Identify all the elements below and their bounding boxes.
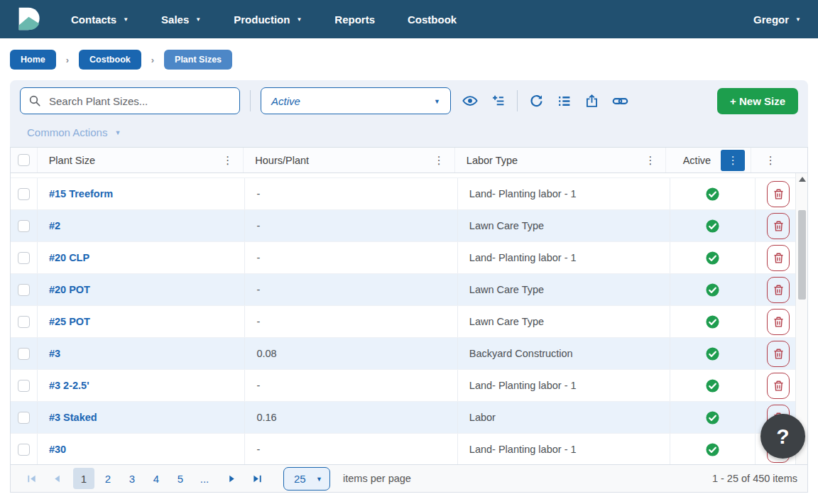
scroll-up-arrow-icon[interactable] [799, 177, 806, 182]
hours-per-plant-value: - [256, 316, 260, 327]
page-number-5[interactable]: 5 [170, 468, 191, 489]
row-checkbox[interactable] [18, 412, 30, 424]
scrollbar-thumb[interactable] [798, 210, 806, 300]
labor-type-value: Land- Planting labor - 1 [469, 188, 577, 199]
nav-menu: Contacts▼Sales▼Production▼ReportsCostboo… [71, 13, 457, 26]
eye-icon[interactable] [461, 92, 479, 110]
labor-type-value: Lawn Care Type [469, 220, 544, 231]
chevron-down-icon: ▼ [296, 17, 302, 23]
hours-per-plant-value: 0.08 [256, 348, 276, 359]
nav-item-reports[interactable]: Reports [334, 13, 375, 26]
column-menu-icon[interactable]: ⋮ [761, 153, 780, 168]
nav-item-sales[interactable]: Sales▼ [161, 13, 201, 26]
page-number-4[interactable]: 4 [146, 468, 167, 489]
plant-size-link[interactable]: #20 CLP [49, 252, 89, 263]
row-checkbox[interactable] [18, 348, 30, 360]
new-size-button[interactable]: + New Size [717, 88, 798, 114]
delete-button[interactable] [767, 277, 790, 303]
table-row: #20 CLP - Land- Planting labor - 1 [11, 242, 795, 274]
nav-item-contacts[interactable]: Contacts▼ [71, 13, 129, 26]
items-per-page-label: items per page [343, 473, 411, 484]
plant-size-link[interactable]: #20 POT [49, 284, 90, 295]
common-actions-label: Common Actions [27, 126, 107, 138]
next-page-button[interactable] [221, 468, 242, 489]
page-ellipsis[interactable]: ... [194, 468, 215, 489]
chevron-down-icon: ▼ [434, 99, 440, 105]
breadcrumb-costbook[interactable]: Costbook [79, 50, 141, 70]
labor-type-value: Land- Planting labor - 1 [469, 380, 577, 391]
labor-type-value: Labor [469, 412, 496, 423]
page-size-select[interactable]: 25 ▼ [283, 467, 330, 491]
delete-button[interactable] [767, 309, 790, 335]
row-checkbox[interactable] [18, 316, 30, 328]
row-checkbox[interactable] [18, 444, 30, 456]
labor-type-value: Backyard Construction [469, 348, 573, 359]
labor-type-value: Lawn Care Type [469, 284, 544, 295]
delete-button[interactable] [767, 373, 790, 399]
plant-size-link[interactable]: #3 [49, 348, 60, 359]
page-number-3[interactable]: 3 [121, 468, 143, 489]
chevron-down-icon: ▼ [195, 17, 201, 23]
nav-item-label: Costbook [408, 13, 457, 26]
column-header-active: Active [683, 155, 711, 166]
top-navbar: Contacts▼Sales▼Production▼ReportsCostboo… [0, 0, 818, 38]
nav-item-label: Reports [334, 13, 375, 26]
column-header-plant-size: Plant Size [49, 155, 95, 166]
active-check-icon [706, 283, 719, 297]
help-button[interactable]: ? [760, 414, 805, 459]
nav-item-label: Sales [161, 13, 189, 26]
add-to-list-icon[interactable] [489, 92, 507, 110]
last-page-button[interactable] [246, 468, 268, 489]
breadcrumb-plant-sizes[interactable]: Plant Sizes [164, 50, 232, 70]
page-number-1[interactable]: 1 [73, 468, 94, 489]
app-logo-icon[interactable] [14, 6, 41, 33]
active-check-icon [706, 187, 719, 201]
first-page-button[interactable] [21, 468, 42, 489]
hours-per-plant-value: - [256, 380, 260, 391]
user-menu[interactable]: Gregor ▼ [753, 13, 801, 26]
nav-item-costbook[interactable]: Costbook [408, 13, 457, 26]
nav-item-label: Contacts [71, 13, 116, 26]
table-row: #20 POT - Lawn Care Type [11, 274, 795, 306]
row-checkbox[interactable] [18, 188, 30, 200]
table-header-row: Plant Size ⋮ Hours/Plant ⋮ Labor Type ⋮ … [11, 148, 807, 173]
common-actions-dropdown[interactable]: Common Actions ▼ [10, 120, 808, 147]
page-number-2[interactable]: 2 [97, 468, 119, 489]
select-all-checkbox[interactable] [18, 154, 30, 166]
column-menu-icon[interactable]: ⋮ [640, 153, 660, 168]
search-input[interactable] [20, 87, 240, 114]
delete-button[interactable] [767, 341, 790, 367]
status-filter-select[interactable]: Active ▼ [261, 87, 451, 114]
column-menu-icon[interactable]: ⋮ [430, 153, 449, 168]
list-icon[interactable] [555, 92, 573, 110]
column-menu-icon[interactable]: ⋮ [218, 153, 237, 168]
previous-page-button[interactable] [46, 468, 67, 489]
active-check-icon [706, 379, 719, 393]
chevron-down-icon: ▼ [123, 17, 129, 23]
labor-type-value: Land- Planting labor - 1 [469, 444, 577, 455]
row-checkbox[interactable] [18, 220, 30, 232]
export-icon[interactable] [583, 92, 601, 110]
plant-size-link[interactable]: #3 Staked [49, 412, 97, 423]
delete-button[interactable] [767, 245, 790, 271]
refresh-icon[interactable] [528, 92, 545, 110]
items-range-label: 1 - 25 of 450 items [712, 473, 797, 484]
plant-size-link[interactable]: #25 POT [49, 316, 90, 327]
column-menu-active-icon[interactable]: ⋮ [721, 150, 745, 171]
nav-item-production[interactable]: Production▼ [234, 13, 302, 26]
link-icon[interactable] [611, 92, 630, 111]
plant-size-link[interactable]: #15 Treeform [49, 188, 113, 199]
row-checkbox[interactable] [18, 380, 30, 392]
row-checkbox[interactable] [18, 284, 30, 296]
active-check-icon [706, 411, 719, 424]
plant-size-link[interactable]: #2 [49, 220, 60, 231]
chevron-right-icon: › [65, 55, 70, 65]
row-checkbox[interactable] [18, 252, 30, 264]
active-check-icon [706, 219, 719, 233]
delete-button[interactable] [767, 213, 790, 239]
plant-size-link[interactable]: #30 [49, 444, 66, 455]
breadcrumb-home[interactable]: Home [10, 50, 56, 70]
delete-button[interactable] [767, 181, 790, 207]
table-row: #3 Staked 0.16 Labor [11, 402, 795, 434]
plant-size-link[interactable]: #3 2-2.5' [49, 380, 89, 391]
